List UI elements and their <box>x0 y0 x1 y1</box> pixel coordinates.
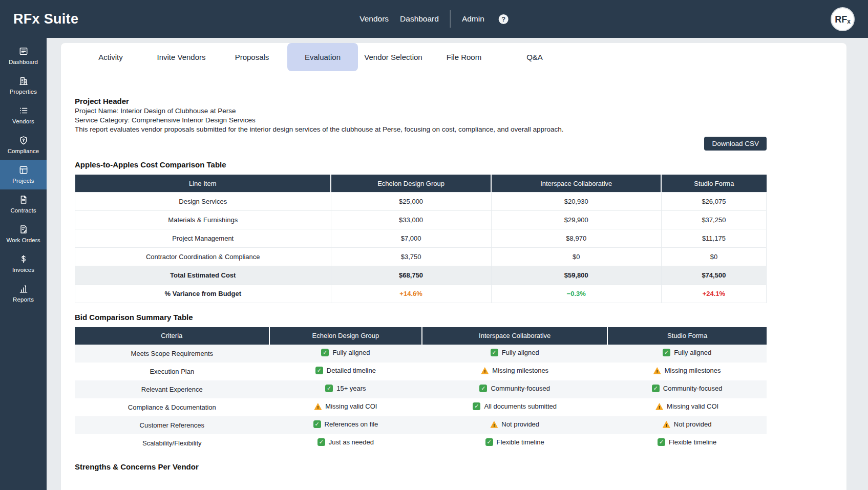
window-grid-icon <box>18 165 29 175</box>
status-cell: Flexible timeline <box>422 434 607 452</box>
cost-cell: $0 <box>661 247 766 266</box>
status-cell: References on file <box>269 416 422 434</box>
sidebar-item-work-orders[interactable]: Work Orders <box>0 219 47 249</box>
tab-evaluation[interactable]: Evaluation <box>287 43 358 71</box>
status-cell: Missing valid COI <box>607 398 767 416</box>
sidebar-item-vendors[interactable]: Vendors <box>0 100 47 130</box>
sidebar-item-label: Work Orders <box>6 237 40 243</box>
table-header-row: Criteria Echelon Design Group Interspace… <box>75 327 767 345</box>
tab-invite-vendors[interactable]: Invite Vendors <box>146 43 217 71</box>
shield-icon <box>18 135 29 145</box>
building-icon <box>18 76 29 86</box>
topnav-dashboard[interactable]: Dashboard <box>400 14 439 24</box>
status-text: Missing milestones <box>492 367 548 374</box>
column-header: Studio Forma <box>661 175 766 192</box>
button-row: Download CSV <box>75 137 767 151</box>
table-row: Design Services $25,000 $20,930 $26,075 <box>75 192 767 210</box>
top-bar: RFx Suite Vendors Dashboard Admin ? RFx <box>0 0 868 38</box>
table-row: Materials & Furnishings $33,000 $29,900 … <box>75 210 767 229</box>
status-icon <box>663 349 670 356</box>
variance-row: % Variance from Budget +14.6% −0.3% +24.… <box>75 284 767 303</box>
app-logo: RFx <box>831 7 855 31</box>
sidebar-item-properties[interactable]: Properties <box>0 71 47 100</box>
tab-bar: Activity Invite Vendors Proposals Evalua… <box>61 43 846 71</box>
status-icon <box>473 402 480 410</box>
strengths-section-title: Strengths & Concerns Per Vendor <box>75 462 767 471</box>
cost-cell: $3,750 <box>331 247 491 266</box>
document-pencil-icon <box>18 224 29 235</box>
tab-vendor-selection[interactable]: Vendor Selection <box>358 43 429 71</box>
sidebar-item-projects[interactable]: Projects <box>0 160 47 189</box>
sidebar-item-reports[interactable]: Reports <box>0 279 47 308</box>
sidebar-item-invoices[interactable]: Invoices <box>0 249 47 279</box>
variance-cell: −0.3% <box>491 284 661 303</box>
table-row: Scalability/Flexibility Just as needed F… <box>75 434 767 452</box>
bid-table-title: Bid Comparison Summary Table <box>75 313 767 322</box>
status-text: Not provided <box>674 420 712 428</box>
app-title: RFx Suite <box>13 11 78 27</box>
column-header: Interspace Collaborative <box>422 327 607 345</box>
topnav-vendors[interactable]: Vendors <box>359 14 389 24</box>
total-row: Total Estimated Cost $68,750 $59,800 $74… <box>75 266 767 284</box>
cost-cell: $25,000 <box>331 192 491 210</box>
sidebar-item-label: Projects <box>12 178 34 184</box>
line-item-cell: Project Management <box>75 229 331 247</box>
tab-proposals[interactable]: Proposals <box>217 43 287 71</box>
criteria-cell: Execution Plan <box>75 363 269 380</box>
sidebar-item-label: Vendors <box>12 118 34 124</box>
topnav-divider <box>450 10 451 28</box>
total-cell: $74,500 <box>661 266 766 284</box>
status-text: Fully aligned <box>502 349 539 356</box>
status-icon <box>653 367 661 374</box>
tab-activity[interactable]: Activity <box>75 43 146 71</box>
criteria-cell: Meets Scope Requirements <box>75 345 269 363</box>
sidebar-item-label: Compliance <box>8 148 39 154</box>
download-csv-button[interactable]: Download CSV <box>704 137 767 151</box>
status-text: References on file <box>325 420 378 428</box>
variance-cell: +14.6% <box>331 284 491 303</box>
project-card: Activity Invite Vendors Proposals Evalua… <box>61 43 846 490</box>
project-header-title: Project Header <box>75 97 767 105</box>
status-icon <box>658 438 665 446</box>
help-icon[interactable]: ? <box>499 14 509 24</box>
cost-cell: $7,000 <box>331 229 491 247</box>
column-header: Line Item <box>75 175 331 192</box>
topnav-admin[interactable]: Admin <box>462 14 484 24</box>
sidebar: Dashboard Properties Vendors Compliance … <box>0 38 47 490</box>
sidebar-item-contracts[interactable]: Contracts <box>0 189 47 219</box>
column-header: Echelon Design Group <box>269 327 422 345</box>
status-cell: Flexible timeline <box>607 434 767 452</box>
status-icon <box>321 349 329 356</box>
status-icon <box>313 420 321 428</box>
status-icon <box>314 402 322 410</box>
status-cell: Fully aligned <box>269 345 422 363</box>
line-item-cell: Design Services <box>75 192 331 210</box>
status-cell: All documents submitted <box>422 398 607 416</box>
table-row: Contractor Coordination & Compliance $3,… <box>75 247 767 266</box>
bid-comparison-table: Criteria Echelon Design Group Interspace… <box>75 327 767 452</box>
sidebar-item-dashboard[interactable]: Dashboard <box>0 41 47 71</box>
status-text: Community-focused <box>491 385 550 392</box>
sidebar-item-label: Invoices <box>12 267 34 273</box>
status-icon <box>663 420 670 428</box>
variance-cell: +24.1% <box>661 284 766 303</box>
column-header: Studio Forma <box>607 327 767 345</box>
service-category: Service Category: Comprehensive Interior… <box>75 117 767 124</box>
tab-qa[interactable]: Q&A <box>499 43 570 71</box>
column-header: Interspace Collaborative <box>491 175 661 192</box>
status-cell: Missing milestones <box>607 363 767 380</box>
status-icon <box>491 349 498 356</box>
evaluation-content: Project Header Project Name: Interior De… <box>61 71 846 490</box>
cost-table-title: Apples-to-Apples Cost Comparison Table <box>75 160 767 169</box>
tab-file-room[interactable]: File Room <box>429 43 499 71</box>
sidebar-item-compliance[interactable]: Compliance <box>0 130 47 160</box>
cost-cell: $26,075 <box>661 192 766 210</box>
criteria-cell: Relevant Experience <box>75 380 269 398</box>
status-cell: Missing milestones <box>422 363 607 380</box>
sidebar-item-label: Properties <box>10 89 37 95</box>
cost-cell: $29,900 <box>491 210 661 229</box>
status-icon <box>317 438 325 446</box>
line-item-cell: Materials & Furnishings <box>75 210 331 229</box>
list-icon <box>18 105 29 116</box>
status-cell: Fully aligned <box>422 345 607 363</box>
